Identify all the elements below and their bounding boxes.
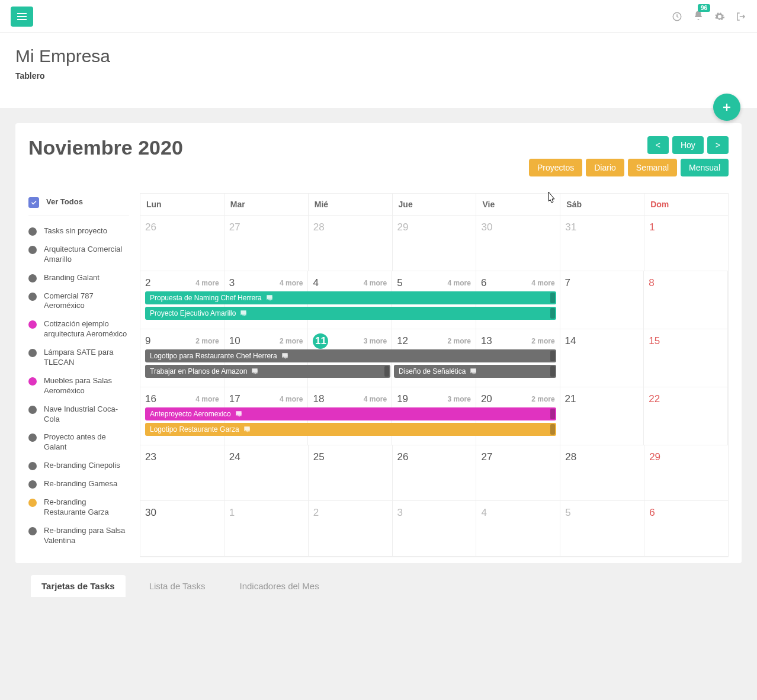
more-link[interactable]: 4 more	[364, 279, 387, 287]
day-number: 29	[397, 221, 409, 233]
calendar-day[interactable]: 24	[224, 445, 309, 500]
more-link[interactable]: 4 more	[531, 279, 554, 287]
chat-icon	[469, 367, 477, 375]
calendar-day[interactable]: 27	[476, 445, 560, 500]
calendar-day[interactable]: 8	[644, 271, 728, 329]
today-button[interactable]: Hoy	[672, 136, 704, 154]
more-link[interactable]: 4 more	[195, 279, 219, 287]
day-number: 22	[649, 393, 660, 405]
calendar-grid: LunMarMiéJueVieSábDom 26 27 28 29 30 31	[140, 193, 729, 557]
sidebar-item[interactable]: Re-branding Restaurante Garza	[28, 493, 129, 522]
add-button[interactable]	[713, 94, 740, 121]
more-link[interactable]: 4 more	[448, 279, 471, 287]
menu-toggle[interactable]	[11, 7, 33, 27]
day-number: 15	[649, 335, 660, 347]
calendar-event[interactable]: Proyecto Ejecutivo Amarillo	[145, 307, 556, 320]
sidebar-item[interactable]: Re-branding Cinepolis	[28, 457, 129, 475]
more-link[interactable]: 4 more	[280, 279, 303, 287]
calendar-day[interactable]: 31	[560, 216, 644, 271]
calendar-event[interactable]: Trabajar en Planos de Amazon	[145, 365, 390, 378]
calendar-day[interactable]: 26	[140, 216, 224, 271]
calendar-event[interactable]: Anteproyecto Aeromexico	[145, 407, 556, 420]
event-handle[interactable]	[550, 366, 555, 377]
calendar-day[interactable]: 3	[393, 501, 477, 556]
more-link[interactable]: 4 more	[195, 395, 219, 403]
calendar-day[interactable]: 25	[309, 445, 393, 500]
sidebar-item[interactable]: Nave Industrial Coca-Cola	[28, 400, 129, 429]
project-dot-icon	[28, 434, 37, 442]
event-handle[interactable]	[550, 308, 555, 319]
sidebar-item[interactable]: Comercial 787 Aeroméxico	[28, 287, 129, 316]
notifications-button[interactable]: 96	[693, 10, 704, 23]
calendar-day[interactable]: 30	[476, 216, 560, 271]
calendar-day[interactable]: 15	[644, 329, 728, 387]
calendar-event[interactable]: Diseño de Señalética	[394, 365, 556, 378]
sidebar-item-label: Branding Galant	[44, 273, 100, 283]
calendar-day[interactable]: 1	[224, 501, 309, 556]
calendar-day[interactable]: 27	[224, 216, 309, 271]
view-semanal-button[interactable]: Semanal	[628, 159, 677, 176]
sidebar-item[interactable]: Cotización ejemplo arquitectura Aeroméxi…	[28, 315, 129, 343]
sidebar-all[interactable]: Ver Todos	[28, 193, 129, 212]
sidebar-item[interactable]: Tasks sin proyecto	[28, 222, 129, 240]
view-proyectos-button[interactable]: Proyectos	[529, 159, 582, 176]
event-handle[interactable]	[550, 293, 555, 303]
sidebar-item[interactable]: Lámpara SATE para TLECAN	[28, 343, 129, 372]
more-link[interactable]: 4 more	[280, 395, 303, 403]
view-mensual-button[interactable]: Mensual	[681, 159, 729, 176]
calendar-day[interactable]: 30	[140, 501, 224, 556]
next-button[interactable]: >	[707, 136, 729, 154]
calendar-day[interactable]: 1	[644, 216, 728, 271]
hamburger-icon	[17, 13, 27, 20]
sidebar-item-label: Cotización ejemplo arquitectura Aeroméxi…	[44, 319, 129, 339]
event-handle[interactable]	[550, 351, 555, 361]
calendar-day[interactable]: 22	[644, 387, 728, 445]
event-handle[interactable]	[384, 366, 389, 377]
more-link[interactable]: 2 more	[531, 337, 554, 345]
sidebar-item[interactable]: Re-branding para Salsa Valentina	[28, 522, 129, 550]
calendar-event[interactable]: Propuesta de Naming Chef Herrera	[145, 291, 556, 304]
sidebar-item[interactable]: Re-branding Gamesa	[28, 475, 129, 493]
calendar-day[interactable]: 28	[560, 445, 644, 500]
more-link[interactable]: 2 more	[448, 337, 471, 345]
calendar-day[interactable]: 2	[309, 501, 393, 556]
more-link[interactable]: 3 more	[364, 337, 387, 345]
logout-icon[interactable]	[736, 11, 746, 22]
more-link[interactable]: 2 more	[195, 337, 219, 345]
clock-icon[interactable]	[672, 11, 682, 22]
sidebar-item[interactable]: Branding Galant	[28, 269, 129, 287]
calendar-day[interactable]: 4	[476, 501, 560, 556]
calendar-day[interactable]: 26	[393, 445, 477, 500]
calendar-day[interactable]: 29	[393, 216, 477, 271]
chat-icon	[235, 410, 243, 418]
calendar-event[interactable]: Logotipo para Restaurante Chef Herrera	[145, 349, 556, 362]
calendar-day[interactable]: 14	[560, 329, 644, 387]
gear-icon[interactable]	[714, 11, 725, 22]
calendar-day[interactable]: 7	[560, 271, 644, 329]
event-handle[interactable]	[550, 409, 555, 419]
day-number: 26	[145, 221, 156, 233]
calendar-day[interactable]: 29	[644, 445, 728, 500]
more-link[interactable]: 3 more	[448, 395, 471, 403]
calendar-event[interactable]: Logotipo Restaurante Garza	[145, 423, 556, 436]
tab-tarjetas[interactable]: Tarjetas de Tasks	[31, 575, 126, 597]
sidebar-item[interactable]: Arquitectura Comercial Amarillo	[28, 240, 129, 269]
tab-indicadores[interactable]: Indicadores del Mes	[229, 575, 329, 597]
calendar-day[interactable]: 6	[644, 501, 728, 556]
more-link[interactable]: 2 more	[280, 337, 303, 345]
calendar-day[interactable]: 21	[560, 387, 644, 445]
event-handle[interactable]	[550, 424, 555, 435]
sidebar-item[interactable]: Muebles para Salas Aeroméxico	[28, 372, 129, 400]
prev-button[interactable]: <	[647, 136, 669, 154]
project-dot-icon	[28, 227, 37, 236]
day-number: 3	[397, 507, 403, 519]
more-link[interactable]: 2 more	[531, 395, 554, 403]
more-link[interactable]: 4 more	[364, 395, 387, 403]
sidebar-item[interactable]: Proyecto antes de Galant	[28, 428, 129, 457]
view-diario-button[interactable]: Diario	[586, 159, 624, 176]
calendar-day[interactable]: 5	[560, 501, 644, 556]
calendar-day[interactable]: 23	[140, 445, 224, 500]
day-number: 13	[481, 335, 492, 347]
calendar-day[interactable]: 28	[309, 216, 393, 271]
tab-lista[interactable]: Lista de Tasks	[139, 575, 216, 597]
